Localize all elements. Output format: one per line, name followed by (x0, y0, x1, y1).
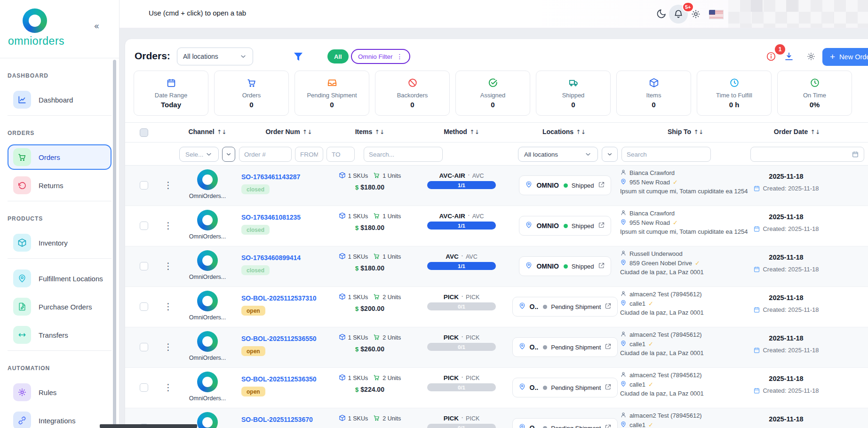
new-order-button[interactable]: +New Order (822, 48, 868, 66)
calendar-icon (753, 225, 760, 232)
table-row[interactable]: ⋮ OmniOrders... SO-BOL-2025112537310 ope… (125, 287, 868, 327)
created-date: Created: 2025-11-18 (763, 266, 819, 273)
order-status-badge: closed (241, 184, 270, 194)
items-to-filter-input[interactable] (326, 147, 355, 162)
sidebar-item-inventory[interactable]: Inventory (8, 230, 111, 255)
row-menu-button[interactable]: ⋮ (164, 301, 173, 311)
table-row[interactable]: ⋮ OmniOrders... SO-BOL-2025112536550 ope… (125, 327, 868, 368)
row-checkbox[interactable] (140, 262, 148, 270)
order-link[interactable]: SO-1763460899414 (241, 254, 301, 262)
col-header-locations[interactable]: Locations↑↓ (542, 128, 586, 135)
location-pill[interactable]: O.. Pending Shipment (512, 337, 618, 357)
row-menu-button[interactable]: ⋮ (164, 382, 173, 392)
table-row[interactable]: ⋮ OmniOrders... SO-BOL-202511253670 1 SK… (125, 408, 868, 428)
col-header-ship-to[interactable]: Ship To↑↓ (668, 128, 703, 135)
info-icon[interactable] (766, 51, 776, 63)
external-link-icon[interactable] (598, 262, 605, 271)
stat-card-backorders[interactable]: Backorders0 (375, 71, 450, 116)
col-header-order-date[interactable]: Order Date↑↓ (774, 128, 820, 135)
external-link-icon[interactable] (605, 383, 612, 392)
col-header-items[interactable]: Items↑↓ (355, 128, 385, 135)
sidebar-item-returns[interactable]: Returns (8, 173, 111, 198)
row-menu-button[interactable]: ⋮ (164, 261, 173, 271)
table-row[interactable]: ⋮ OmniOrders... SO-1763460899414 closed … (125, 246, 868, 287)
settings-gear-icon[interactable] (691, 9, 701, 21)
dark-mode-icon[interactable] (656, 8, 667, 21)
stat-card-shipped[interactable]: Shipped0 (536, 71, 611, 116)
row-checkbox[interactable] (140, 222, 148, 230)
shipto-search-input[interactable] (621, 147, 711, 162)
omnio-filter-pill[interactable]: Omnio Filter⋮ (351, 49, 410, 64)
stat-card-on-time[interactable]: On Time0% (777, 71, 852, 116)
language-flag-icon[interactable] (709, 10, 724, 19)
location-pill[interactable]: O.. Pending Shipment (512, 297, 618, 317)
sidebar-item-integrations[interactable]: Integrations (8, 408, 111, 428)
location-pill[interactable]: OMNIO Shipped (519, 175, 611, 195)
stat-card-date-range[interactable]: Date RangeToday (134, 71, 208, 116)
locations-filter-expand-button[interactable] (602, 147, 618, 162)
sidebar-item-transfers[interactable]: Transfers (8, 322, 111, 348)
order-link[interactable]: SO-BOL-2025112537310 (241, 294, 317, 302)
order-link[interactable]: SO-1763461081235 (241, 214, 301, 221)
download-icon[interactable] (784, 51, 794, 63)
sidebar-item-dashboard[interactable]: Dashboard (8, 87, 111, 112)
external-link-icon[interactable] (598, 222, 605, 230)
sidebar-item-purchase-orders[interactable]: Purchase Orders (8, 294, 111, 319)
locations-filter-select[interactable]: All locations (518, 147, 598, 162)
stat-card-assigned[interactable]: Assigned0 (455, 71, 530, 116)
clock-icon (729, 78, 740, 90)
progress-bar-wrap: 0/1 (414, 343, 509, 351)
table-settings-gear-icon[interactable] (806, 52, 816, 63)
col-header-order-num[interactable]: Order Num↑↓ (265, 128, 312, 135)
sidebar-scrollbar[interactable] (113, 60, 116, 428)
row-checkbox[interactable] (140, 302, 148, 311)
col-header-method[interactable]: Method↑↓ (444, 128, 479, 135)
method-search-input[interactable] (364, 147, 443, 162)
stat-card-pending-shipment[interactable]: Pending Shipment0 (295, 71, 369, 116)
created-line: Created: 2025-11-18 (746, 185, 826, 192)
sidebar-item-fulfillment-locations[interactable]: Fulfillment Locations (8, 266, 111, 291)
all-filter-pill[interactable]: All (327, 49, 349, 63)
location-pill[interactable]: O.. Pending Shipment (512, 418, 618, 428)
locations-select[interactable]: All locations (177, 48, 253, 65)
location-pill[interactable]: OMNIO Shipped (519, 256, 611, 276)
sidebar-item-orders[interactable]: Orders (8, 144, 111, 170)
channel-filter-expand-button[interactable] (222, 147, 235, 162)
fulfillment-progress-bar: 0/1 (427, 302, 496, 310)
filter-funnel-icon[interactable] (293, 51, 304, 64)
order-link[interactable]: SO-BOL-2025112536350 (241, 375, 317, 383)
row-checkbox[interactable] (140, 343, 148, 351)
order-date-filter-input[interactable] (750, 147, 864, 162)
sidebar-collapse-button[interactable]: « (94, 21, 99, 31)
channel-filter-select[interactable]: Sele... (179, 147, 219, 162)
table-row[interactable]: ⋮ OmniOrders... SO-BOL-2025112536350 ope… (125, 368, 868, 408)
external-link-icon[interactable] (605, 302, 612, 311)
order-link[interactable]: SO-BOL-202511253670 (241, 416, 313, 423)
sort-icon: ↑↓ (374, 128, 384, 135)
stat-card-items[interactable]: Items0 (616, 71, 691, 116)
external-link-icon[interactable] (598, 181, 605, 190)
col-header-channel[interactable]: Channel↑↓ (188, 128, 226, 135)
select-all-checkbox[interactable] (140, 128, 148, 137)
external-link-icon[interactable] (605, 343, 612, 352)
location-pill[interactable]: OMNIO Shipped (519, 216, 611, 236)
row-menu-button[interactable]: ⋮ (164, 220, 173, 230)
calendar-icon (753, 387, 760, 394)
table-row[interactable]: ⋮ OmniOrders... SO-1763461081235 closed … (125, 206, 868, 246)
row-menu-button[interactable]: ⋮ (164, 341, 173, 352)
location-pill[interactable]: O.. Pending Shipment (512, 378, 618, 397)
table-row[interactable]: ⋮ OmniOrders... SO-1763461143287 closed … (125, 166, 868, 206)
stat-card-time-to-fulfill[interactable]: Time to Fulfill0 h (697, 71, 772, 116)
order-link[interactable]: SO-BOL-2025112536550 (241, 335, 317, 342)
horizontal-scrollbar[interactable] (100, 424, 197, 428)
external-link-icon[interactable] (605, 424, 612, 428)
row-menu-button[interactable]: ⋮ (164, 180, 173, 190)
stat-card-orders[interactable]: Orders0 (214, 71, 289, 116)
order-number-filter-input[interactable] (239, 147, 292, 162)
created-line: Created: 2025-11-18 (746, 225, 826, 232)
row-checkbox[interactable] (140, 181, 148, 190)
row-checkbox[interactable] (140, 383, 148, 392)
items-from-filter-input[interactable] (295, 147, 323, 162)
sidebar-item-rules[interactable]: Rules (8, 380, 111, 405)
order-link[interactable]: SO-1763461143287 (241, 173, 300, 181)
